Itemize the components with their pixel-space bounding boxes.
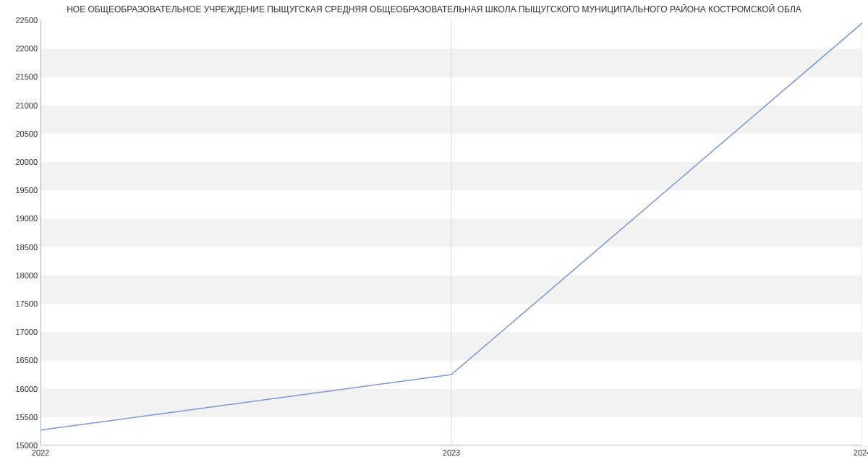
y-tick-label: 17500: [15, 299, 38, 308]
x-tick-label: 2023: [443, 448, 460, 457]
chart-container: НОЕ ОБЩЕОБРАЗОВАТЕЛЬНОЕ УЧРЕЖДЕНИЕ ПЫЩУГ…: [0, 0, 868, 470]
chart-title: НОЕ ОБЩЕОБРАЗОВАТЕЛЬНОЕ УЧРЕЖДЕНИЕ ПЫЩУГ…: [0, 4, 868, 14]
y-tick-label: 15500: [15, 413, 38, 422]
y-tick-label: 20500: [15, 129, 38, 138]
y-tick-label: 21000: [15, 101, 38, 110]
x-tick-label: 2022: [32, 448, 49, 457]
x-tick-label: 2024: [854, 448, 868, 457]
y-tick-label: 22500: [15, 16, 38, 25]
y-tick-label: 21500: [15, 72, 38, 81]
y-tick-label: 20000: [15, 158, 38, 166]
y-tick-label: 16500: [15, 356, 38, 364]
y-tick-label: 19000: [15, 214, 38, 223]
y-tick-label: 18500: [15, 243, 38, 252]
y-tick-label: 19500: [15, 186, 38, 195]
y-tick-label: 16000: [15, 385, 38, 393]
y-tick-label: 22000: [15, 44, 38, 53]
y-tick-label: 18000: [15, 271, 38, 280]
y-tick-label: 17000: [15, 328, 38, 336]
plot-area: [41, 20, 862, 445]
